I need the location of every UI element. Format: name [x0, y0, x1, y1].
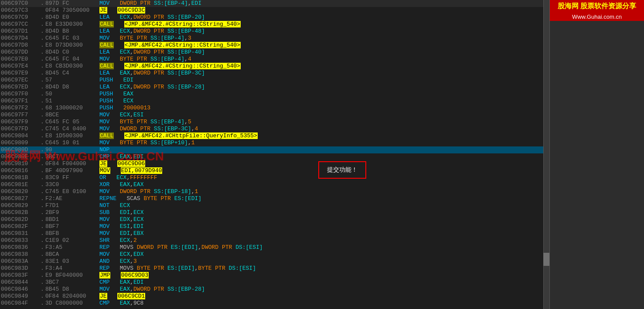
table-row[interactable]: 006C97E0.C645 FC 04MOV BYTE PTR SS:[EBP-… [0, 56, 549, 63]
dot-cell: . [39, 300, 45, 307]
address-cell: 006C982B [0, 209, 39, 216]
dot-cell: . [39, 21, 45, 28]
bytes-cell: 8BFB [45, 230, 98, 237]
table-row[interactable]: 006C97C30F84 73050000JE 006C9D3C [0, 7, 549, 14]
bytes-cell: F2:AE [45, 195, 98, 202]
disasm-panel[interactable]: 006C97C0.897D FCMOV DWORD PTR SS:[EBP-4]… [0, 0, 549, 309]
dot-cell: . [39, 91, 45, 98]
bytes-cell: 8D4D D8 [45, 84, 98, 91]
instruction-cell: XOR EAX,EAX [98, 181, 549, 188]
table-row[interactable]: 006C97C0.897D FCMOV DWORD PTR SS:[EBP-4]… [0, 0, 549, 7]
address-cell: 006C97ED [0, 84, 39, 91]
table-row[interactable]: 006C9831.8BFBMOV EDI,EBX [0, 230, 549, 237]
dot-cell: . [39, 14, 45, 21]
table-row[interactable]: 006C9810.0F84 F004000JE 006C9D06 [0, 160, 549, 167]
table-row[interactable]: 006C97ED.8D4D D8LEA ECX,DWORD PTR SS:[EB… [0, 84, 549, 91]
bytes-cell: C645 FC 03 [45, 35, 98, 42]
table-row[interactable]: 006C984F.3D C8000000CMP EAX,9C8 [0, 300, 549, 307]
instruction-cell: MOV BYTE PTR SS:[EBP-4],5 [98, 119, 549, 126]
table-row[interactable]: 006C983A.83E1 03AND ECX,3 [0, 258, 549, 265]
disassembly-table: 006C97C0.897D FCMOV DWORD PTR SS:[EBP-4]… [0, 0, 549, 307]
address-cell: 006C983F [0, 272, 39, 279]
table-row[interactable]: 006C97EC.57PUSH EDI [0, 77, 549, 84]
table-row[interactable]: 006C97DD.8D4D C0LEA ECX,DWORD PTR SS:[EB… [0, 49, 549, 56]
instruction-cell: MOV EDX,ECX [98, 216, 549, 223]
instruction-cell: MOV DWORD PTR SS:[EBP-3C],4 [98, 126, 549, 132]
table-row[interactable]: 006C981E.33C0XOR EAX,EAX [0, 181, 549, 188]
table-row[interactable]: 006C97F0.50PUSH EAX [0, 91, 549, 98]
table-row[interactable]: 006C9827.F2:AEREPNE SCAS BYTE PTR ES:[ED… [0, 195, 549, 202]
table-row[interactable]: 006C9804.E8 1D500300CALL <JMP.&MFC42.#CH… [0, 132, 549, 139]
table-row[interactable]: 006C97CC.E8 E33D0300CALL <JMP.&MFC42.#CS… [0, 21, 549, 28]
table-row[interactable]: 006C97F1.51PUSH ECX [0, 98, 549, 105]
table-row[interactable]: 006C981B.83C9 FFOR ECX,FFFFFFFF [0, 174, 549, 181]
table-row[interactable]: 006C9833.C1E9 02SHR ECX,2 [0, 237, 549, 244]
table-row[interactable]: 006C9838.8BCAMOV ECX,EDX [0, 251, 549, 258]
table-row[interactable]: 006C97C9.8D4D E0LEA ECX,DWORD PTR SS:[EB… [0, 14, 549, 21]
table-row[interactable]: 006C982F.8BF7MOV ESI,EDI [0, 223, 549, 230]
address-cell: 006C97C0 [0, 0, 39, 7]
address-cell: 006C97CC [0, 21, 39, 28]
instruction-cell: CMP EAX,EDI [98, 153, 549, 160]
table-row[interactable]: 006C983D.F3:A4REP MOVS BYTE PTR ES:[EDI]… [0, 265, 549, 272]
instruction-cell: JE 006C9CD1 [98, 293, 549, 300]
table-row[interactable]: 006C9836.F3:A5REP MOVS DWORD PTR ES:[EDI… [0, 244, 549, 251]
table-row[interactable]: 006C9809.C645 10 01MOV BYTE PTR SS:[EBP+… [0, 139, 549, 146]
bytes-cell: 3D C8000000 [45, 300, 98, 307]
table-row[interactable]: 006C97D8.E8 D73D0300CALL <JMP.&MFC42.#CS… [0, 42, 549, 49]
table-row[interactable]: 006C983F.E9 BF040000JMP 006C9D03 [0, 272, 549, 279]
address-cell: 006C9827 [0, 195, 39, 202]
submit-box[interactable]: 提交功能！ [318, 161, 366, 179]
dot-cell: . [39, 265, 45, 272]
dot-cell: . [39, 126, 45, 132]
instruction-cell: MOV BYTE PTR SS:[EBP-4],3 [98, 35, 549, 42]
dot-cell: . [39, 63, 45, 70]
address-cell: 006C97F2 [0, 105, 39, 112]
dot-cell: . [39, 293, 45, 300]
dot-cell: . [39, 223, 45, 230]
instruction-cell: MOV ECX,EDX [98, 251, 549, 258]
address-cell: 006C983A [0, 258, 39, 265]
submit-text: 提交功能！ [327, 166, 358, 174]
scrollbar-thumb[interactable] [543, 253, 549, 266]
table-row[interactable]: 006C9846.8B45 D8MOV EAX,DWORD PTR SS:[EB… [0, 286, 549, 293]
dot-cell: . [39, 132, 45, 139]
instruction-cell: LEA ECX,DWORD PTR SS:[EBP-28] [98, 84, 549, 91]
instruction-cell: MOV ECX,ESI [98, 112, 549, 119]
table-row[interactable]: 006C97D1.8D4D B8LEA ECX,DWORD PTR SS:[EB… [0, 28, 549, 35]
main-container: 006C97C0.897D FCMOV DWORD PTR SS:[EBP-4]… [0, 0, 644, 309]
table-row[interactable]: 006C982B.2BF9SUB EDI,ECX [0, 209, 549, 216]
address-cell: 006C97F0 [0, 91, 39, 98]
table-row[interactable]: 006C97F9.C645 FC 05MOV BYTE PTR SS:[EBP-… [0, 119, 549, 126]
table-row[interactable]: 006C97F7.8BCEMOV ECX,ESI [0, 112, 549, 119]
dot-cell: . [39, 70, 45, 77]
table-row[interactable]: 006C982D.8BD1MOV EDX,ECX [0, 216, 549, 223]
address-cell: 006C9849 [0, 293, 39, 300]
address-cell: 006C9810 [0, 160, 39, 167]
table-row[interactable]: 006C9829.F7D1NOT ECX [0, 202, 549, 209]
scrollbar[interactable] [543, 0, 549, 309]
dot-cell: . [39, 112, 45, 119]
dot-cell: . [39, 35, 45, 42]
table-row[interactable]: 006C9844.3BC7CMP EAX,EDI [0, 279, 549, 286]
table-row[interactable]: 006C97E4.E8 CB3D0300CALL <JMP.&MFC42.#CS… [0, 63, 549, 70]
table-row[interactable]: 006C97D4.C645 FC 03MOV BYTE PTR SS:[EBP-… [0, 35, 549, 42]
instruction-cell: CMP EAX,EDI [98, 279, 549, 286]
table-row[interactable]: 006C97F2.68 13000020PUSH 20000013 [0, 105, 549, 112]
bytes-cell: 68 13000020 [45, 105, 98, 112]
table-row[interactable]: 006C980E.3BC7CMP EAX,EDI [0, 153, 549, 160]
table-row[interactable]: 006C9849.0F84 8204000JE 006C9CD1 [0, 293, 549, 300]
instruction-cell: REP MOVS DWORD PTR ES:[EDI],DWORD PTR DS… [98, 244, 549, 251]
address-cell: 006C97E4 [0, 63, 39, 70]
table-row[interactable]: 006C980D.90NOP [0, 146, 549, 153]
bytes-cell: E8 1D500300 [45, 132, 98, 139]
table-row[interactable]: 006C97FD.C745 C4 0400MOV DWORD PTR SS:[E… [0, 126, 549, 132]
dot-cell: . [39, 216, 45, 223]
table-row[interactable]: 006C9820.C745 E8 0100MOV DWORD PTR SS:[E… [0, 188, 549, 195]
table-row[interactable]: 006C97E9.8D45 C4LEA EAX,DWORD PTR SS:[EB… [0, 70, 549, 77]
bytes-cell: 8B45 D8 [45, 286, 98, 293]
instruction-cell: LEA ECX,DWORD PTR SS:[EBP-48] [98, 28, 549, 35]
bytes-cell: 83C9 FF [45, 174, 98, 181]
table-row[interactable]: 006C9816.BF 40D97900MOV EDI,0079D940 [0, 167, 549, 174]
address-cell: 006C9844 [0, 279, 39, 286]
